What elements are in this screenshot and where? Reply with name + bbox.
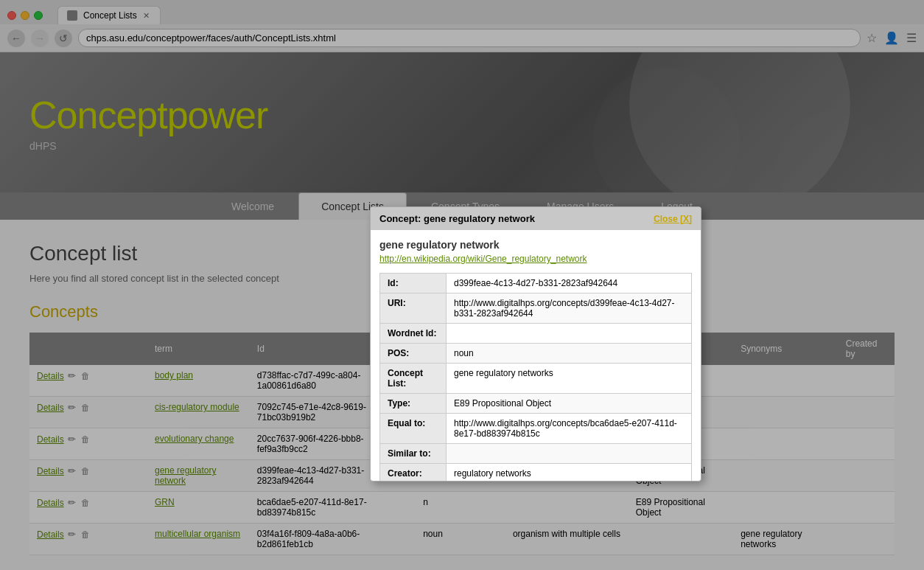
modal-field-label: Id: bbox=[380, 274, 447, 293]
modal-field-value: E89 Propositional Object bbox=[447, 394, 692, 414]
modal-field-label: Concept List: bbox=[380, 364, 447, 394]
modal-field-label: Type: bbox=[380, 394, 447, 414]
modal-field-label: URI: bbox=[380, 293, 447, 324]
modal-field-row: Similar to: bbox=[380, 444, 692, 464]
modal-field-value: http://www.digitalhps.org/concepts/bca6d… bbox=[447, 414, 692, 444]
modal-overlay: Concept: gene regulatory network Close [… bbox=[0, 0, 924, 570]
modal-field-value bbox=[447, 324, 692, 344]
modal-header: Concept: gene regulatory network Close [… bbox=[371, 207, 701, 230]
modal-field-value: noun bbox=[447, 344, 692, 364]
modal-field-label: Creator: bbox=[380, 464, 447, 482]
modal-field-label: Wordnet Id: bbox=[380, 324, 447, 344]
modal-close-button[interactable]: Close [X] bbox=[654, 214, 692, 224]
modal-field-value: gene regulatory networks bbox=[447, 364, 692, 394]
modal-body: gene regulatory network http://en.wikipe… bbox=[371, 230, 701, 481]
modal-concept-name: gene regulatory network bbox=[379, 239, 692, 251]
modal-field-value: regulatory networks bbox=[447, 464, 692, 482]
modal-field-row: Concept List: gene regulatory networks bbox=[380, 364, 692, 394]
modal-field-row: Equal to: http://www.digitalhps.org/conc… bbox=[380, 414, 692, 444]
modal-field-value: http://www.digitalhps.org/concepts/d399f… bbox=[447, 293, 692, 324]
modal-field-label: Equal to: bbox=[380, 414, 447, 444]
modal-concept-url[interactable]: http://en.wikipedia.org/wiki/Gene_regula… bbox=[379, 254, 692, 264]
modal-field-value bbox=[447, 444, 692, 464]
modal-field-row: Creator: regulatory networks bbox=[380, 464, 692, 482]
modal-field-row: POS: noun bbox=[380, 344, 692, 364]
modal-detail-table: Id: d399feae-4c13-4d27-b331-2823af942644… bbox=[379, 273, 692, 481]
modal-field-value: d399feae-4c13-4d27-b331-2823af942644 bbox=[447, 274, 692, 293]
modal-field-row: Id: d399feae-4c13-4d27-b331-2823af942644 bbox=[380, 274, 692, 293]
modal-field-label: POS: bbox=[380, 344, 447, 364]
concept-detail-modal: Concept: gene regulatory network Close [… bbox=[370, 206, 701, 482]
modal-field-row: Wordnet Id: bbox=[380, 324, 692, 344]
modal-title: Concept: gene regulatory network bbox=[379, 213, 535, 224]
modal-field-label: Similar to: bbox=[380, 444, 447, 464]
modal-field-row: URI: http://www.digitalhps.org/concepts/… bbox=[380, 293, 692, 324]
modal-field-row: Type: E89 Propositional Object bbox=[380, 394, 692, 414]
